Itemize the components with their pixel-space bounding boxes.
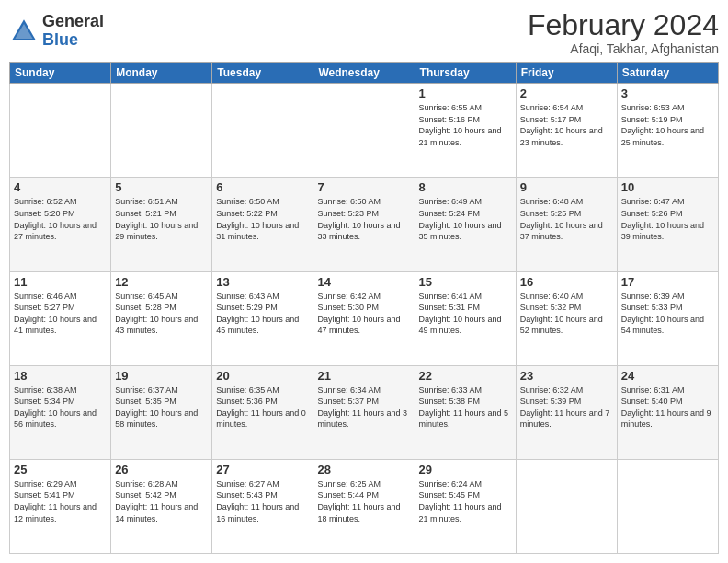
day-info: Sunrise: 6:43 AM Sunset: 5:29 PM Dayligh… <box>216 291 309 337</box>
day-number: 8 <box>419 180 512 194</box>
calendar-cell <box>617 459 718 553</box>
col-friday: Friday <box>516 63 617 84</box>
day-info: Sunrise: 6:37 AM Sunset: 5:35 PM Dayligh… <box>115 385 208 431</box>
day-info: Sunrise: 6:41 AM Sunset: 5:31 PM Dayligh… <box>419 291 512 337</box>
day-number: 1 <box>419 86 512 100</box>
day-number: 17 <box>621 275 714 289</box>
calendar-cell: 29Sunrise: 6:24 AM Sunset: 5:45 PM Dayli… <box>415 459 516 553</box>
day-info: Sunrise: 6:24 AM Sunset: 5:45 PM Dayligh… <box>419 478 512 524</box>
calendar-cell: 20Sunrise: 6:35 AM Sunset: 5:36 PM Dayli… <box>212 365 313 459</box>
col-sunday: Sunday <box>10 63 111 84</box>
day-info: Sunrise: 6:32 AM Sunset: 5:39 PM Dayligh… <box>520 385 613 431</box>
calendar-week-2: 11Sunrise: 6:46 AM Sunset: 5:27 PM Dayli… <box>10 271 719 365</box>
day-number: 21 <box>317 369 410 383</box>
day-number: 20 <box>216 369 309 383</box>
logo-text: General Blue <box>42 13 104 50</box>
day-info: Sunrise: 6:38 AM Sunset: 5:34 PM Dayligh… <box>14 385 107 431</box>
logo-blue: Blue <box>42 30 78 49</box>
day-number: 15 <box>419 275 512 289</box>
day-number: 16 <box>520 275 613 289</box>
calendar-week-4: 25Sunrise: 6:29 AM Sunset: 5:41 PM Dayli… <box>10 459 719 553</box>
day-number: 28 <box>317 463 410 477</box>
day-number: 10 <box>621 180 714 194</box>
day-info: Sunrise: 6:40 AM Sunset: 5:32 PM Dayligh… <box>520 291 613 337</box>
calendar-cell: 13Sunrise: 6:43 AM Sunset: 5:29 PM Dayli… <box>212 271 313 365</box>
col-monday: Monday <box>111 63 212 84</box>
calendar-cell: 4Sunrise: 6:52 AM Sunset: 5:20 PM Daylig… <box>10 178 111 271</box>
day-info: Sunrise: 6:50 AM Sunset: 5:23 PM Dayligh… <box>317 196 410 242</box>
day-info: Sunrise: 6:54 AM Sunset: 5:17 PM Dayligh… <box>520 102 613 148</box>
day-number: 18 <box>14 369 107 383</box>
day-number: 19 <box>115 369 208 383</box>
calendar-cell: 7Sunrise: 6:50 AM Sunset: 5:23 PM Daylig… <box>313 178 415 271</box>
calendar-cell: 3Sunrise: 6:53 AM Sunset: 5:19 PM Daylig… <box>617 84 718 178</box>
day-number: 5 <box>115 180 208 194</box>
day-number: 26 <box>115 463 208 477</box>
day-number: 29 <box>419 463 512 477</box>
day-info: Sunrise: 6:53 AM Sunset: 5:19 PM Dayligh… <box>621 102 714 148</box>
day-number: 23 <box>520 369 613 383</box>
calendar-cell: 18Sunrise: 6:38 AM Sunset: 5:34 PM Dayli… <box>10 365 111 459</box>
calendar-cell <box>516 459 617 553</box>
calendar-cell <box>212 84 313 178</box>
calendar-cell: 15Sunrise: 6:41 AM Sunset: 5:31 PM Dayli… <box>415 271 516 365</box>
day-number: 2 <box>520 86 613 100</box>
day-number: 14 <box>317 275 410 289</box>
title-block: February 2024 Afaqi, Takhar, Afghanistan <box>528 9 719 56</box>
logo-icon <box>9 17 39 46</box>
calendar-week-0: 1Sunrise: 6:55 AM Sunset: 5:16 PM Daylig… <box>10 84 719 178</box>
col-tuesday: Tuesday <box>212 63 313 84</box>
day-number: 11 <box>14 275 107 289</box>
col-wednesday: Wednesday <box>313 63 415 84</box>
calendar-cell: 1Sunrise: 6:55 AM Sunset: 5:16 PM Daylig… <box>415 84 516 178</box>
col-saturday: Saturday <box>617 63 718 84</box>
location: Afaqi, Takhar, Afghanistan <box>528 41 719 56</box>
calendar-cell: 6Sunrise: 6:50 AM Sunset: 5:22 PM Daylig… <box>212 178 313 271</box>
calendar-cell: 22Sunrise: 6:33 AM Sunset: 5:38 PM Dayli… <box>415 365 516 459</box>
logo: General Blue <box>9 9 104 50</box>
day-info: Sunrise: 6:33 AM Sunset: 5:38 PM Dayligh… <box>419 385 512 431</box>
day-info: Sunrise: 6:25 AM Sunset: 5:44 PM Dayligh… <box>317 478 410 524</box>
calendar-cell: 12Sunrise: 6:45 AM Sunset: 5:28 PM Dayli… <box>111 271 212 365</box>
calendar-cell <box>313 84 415 178</box>
calendar-cell: 14Sunrise: 6:42 AM Sunset: 5:30 PM Dayli… <box>313 271 415 365</box>
calendar-cell: 8Sunrise: 6:49 AM Sunset: 5:24 PM Daylig… <box>415 178 516 271</box>
col-thursday: Thursday <box>415 63 516 84</box>
day-info: Sunrise: 6:27 AM Sunset: 5:43 PM Dayligh… <box>216 478 309 524</box>
day-info: Sunrise: 6:52 AM Sunset: 5:20 PM Dayligh… <box>14 196 107 242</box>
calendar-cell: 21Sunrise: 6:34 AM Sunset: 5:37 PM Dayli… <box>313 365 415 459</box>
calendar-cell: 5Sunrise: 6:51 AM Sunset: 5:21 PM Daylig… <box>111 178 212 271</box>
day-number: 3 <box>621 86 714 100</box>
day-info: Sunrise: 6:51 AM Sunset: 5:21 PM Dayligh… <box>115 196 208 242</box>
day-number: 4 <box>14 180 107 194</box>
calendar-week-1: 4Sunrise: 6:52 AM Sunset: 5:20 PM Daylig… <box>10 178 719 271</box>
calendar-cell: 19Sunrise: 6:37 AM Sunset: 5:35 PM Dayli… <box>111 365 212 459</box>
calendar-cell: 17Sunrise: 6:39 AM Sunset: 5:33 PM Dayli… <box>617 271 718 365</box>
day-info: Sunrise: 6:31 AM Sunset: 5:40 PM Dayligh… <box>621 385 714 431</box>
calendar-cell: 2Sunrise: 6:54 AM Sunset: 5:17 PM Daylig… <box>516 84 617 178</box>
calendar-cell: 26Sunrise: 6:28 AM Sunset: 5:42 PM Dayli… <box>111 459 212 553</box>
day-info: Sunrise: 6:49 AM Sunset: 5:24 PM Dayligh… <box>419 196 512 242</box>
day-number: 22 <box>419 369 512 383</box>
day-number: 27 <box>216 463 309 477</box>
calendar-cell: 10Sunrise: 6:47 AM Sunset: 5:26 PM Dayli… <box>617 178 718 271</box>
day-number: 6 <box>216 180 309 194</box>
day-number: 12 <box>115 275 208 289</box>
day-info: Sunrise: 6:45 AM Sunset: 5:28 PM Dayligh… <box>115 291 208 337</box>
calendar-cell: 16Sunrise: 6:40 AM Sunset: 5:32 PM Dayli… <box>516 271 617 365</box>
day-info: Sunrise: 6:50 AM Sunset: 5:22 PM Dayligh… <box>216 196 309 242</box>
day-info: Sunrise: 6:48 AM Sunset: 5:25 PM Dayligh… <box>520 196 613 242</box>
day-info: Sunrise: 6:46 AM Sunset: 5:27 PM Dayligh… <box>14 291 107 337</box>
day-number: 25 <box>14 463 107 477</box>
day-info: Sunrise: 6:34 AM Sunset: 5:37 PM Dayligh… <box>317 385 410 431</box>
calendar-cell: 23Sunrise: 6:32 AM Sunset: 5:39 PM Dayli… <box>516 365 617 459</box>
logo-general: General <box>42 12 104 30</box>
calendar-cell: 11Sunrise: 6:46 AM Sunset: 5:27 PM Dayli… <box>10 271 111 365</box>
calendar-cell: 24Sunrise: 6:31 AM Sunset: 5:40 PM Dayli… <box>617 365 718 459</box>
day-number: 24 <box>621 369 714 383</box>
calendar-page: General Blue February 2024 Afaqi, Takhar… <box>0 0 728 563</box>
day-info: Sunrise: 6:42 AM Sunset: 5:30 PM Dayligh… <box>317 291 410 337</box>
calendar-cell: 28Sunrise: 6:25 AM Sunset: 5:44 PM Dayli… <box>313 459 415 553</box>
calendar-table: Sunday Monday Tuesday Wednesday Thursday… <box>9 62 719 554</box>
calendar-cell: 27Sunrise: 6:27 AM Sunset: 5:43 PM Dayli… <box>212 459 313 553</box>
